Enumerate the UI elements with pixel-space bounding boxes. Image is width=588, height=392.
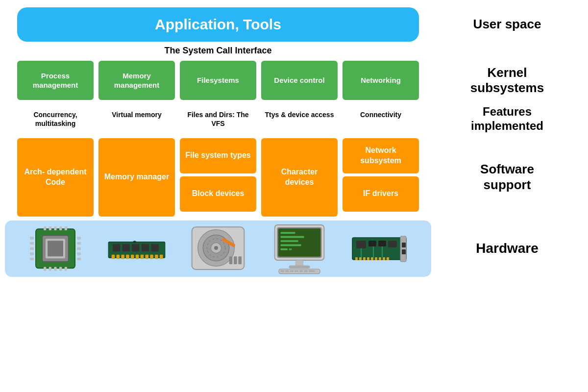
svg-rect-86 [383, 257, 385, 260]
feat-files-dirs: Files and Dirs: The VFS [180, 110, 256, 128]
cpu-icon [26, 225, 85, 272]
svg-rect-56 [281, 236, 304, 238]
svg-rect-10 [49, 267, 51, 270]
svg-rect-67 [294, 270, 298, 272]
svg-rect-35 [160, 255, 163, 259]
svg-rect-15 [30, 242, 34, 245]
svg-rect-6 [54, 226, 56, 230]
if-drivers: IF drivers [343, 176, 419, 212]
svg-rect-82 [367, 257, 369, 260]
svg-rect-4 [44, 226, 46, 230]
svg-rect-31 [141, 255, 144, 259]
features-row: Concurrency, multitaskingVirtual memoryF… [5, 105, 583, 133]
svg-rect-32 [145, 255, 148, 259]
kernel-boxes: Process managementMemory managementFiles… [5, 61, 431, 100]
svg-rect-37 [122, 244, 130, 251]
svg-rect-11 [54, 267, 56, 270]
svg-rect-36 [113, 244, 120, 251]
hardware-label: Hardware [431, 240, 573, 257]
arch-code: Arch- dependent Code [17, 138, 94, 217]
svg-rect-49 [234, 257, 237, 265]
svg-rect-50 [238, 257, 242, 265]
process-mgmt: Process management [17, 61, 94, 100]
syscall-label: The System Call Interface [17, 46, 419, 56]
filesystems: Filesystems [180, 61, 256, 100]
hardware-row: Hardware [5, 220, 583, 277]
svg-rect-57 [281, 240, 298, 242]
svg-rect-27 [121, 255, 124, 259]
svg-rect-14 [30, 237, 34, 239]
svg-rect-5 [49, 226, 51, 230]
nic-icon [351, 225, 410, 272]
kernel-subsystems-label: Kernelsubsystems [431, 65, 573, 96]
feature-labels: Concurrency, multitaskingVirtual memoryF… [5, 110, 431, 128]
feat-virtual-mem: Virtual memory [98, 110, 175, 128]
hdd-icon [189, 225, 247, 272]
svg-rect-17 [30, 252, 34, 255]
monitor-icon [270, 225, 329, 272]
svg-rect-29 [131, 255, 134, 259]
user-space-row: Application, Tools User space [5, 7, 583, 42]
svg-rect-39 [142, 244, 149, 251]
app-tools-box: Application, Tools [17, 7, 419, 42]
syscall-left: The System Call Interface [5, 46, 431, 56]
svg-rect-62 [289, 266, 310, 269]
software-support-label: Softwaresupport [431, 162, 573, 192]
user-space-left: Application, Tools [5, 7, 431, 42]
svg-rect-19 [77, 237, 81, 239]
svg-rect-16 [30, 247, 34, 249]
svg-point-46 [214, 246, 218, 250]
software-row: Arch- dependent CodeMemory managerFile s… [5, 138, 583, 217]
svg-rect-33 [150, 255, 153, 259]
svg-rect-18 [30, 258, 34, 260]
svg-rect-87 [387, 257, 389, 260]
kernel-left: Process managementMemory managementFiles… [5, 61, 431, 100]
svg-rect-80 [359, 257, 362, 260]
svg-rect-74 [402, 249, 406, 254]
svg-rect-38 [132, 244, 139, 251]
svg-rect-22 [77, 252, 81, 255]
software-left: Arch- dependent CodeMemory managerFile s… [5, 138, 431, 217]
device-ctrl: Device control [261, 61, 338, 100]
fs-types: File system types [180, 138, 256, 173]
svg-rect-21 [77, 247, 81, 249]
svg-rect-48 [229, 257, 233, 265]
svg-rect-64 [281, 270, 284, 272]
features-left: Concurrency, multitaskingVirtual memoryF… [5, 110, 431, 128]
app-tools-label: Application, Tools [155, 16, 281, 32]
svg-rect-60 [289, 248, 292, 250]
col-net: Network subsystemIF drivers [343, 138, 419, 217]
svg-rect-20 [77, 242, 81, 245]
software-boxes: Arch- dependent CodeMemory managerFile s… [5, 138, 431, 217]
ram-icon [107, 225, 166, 272]
svg-rect-55 [281, 232, 295, 234]
svg-rect-78 [388, 241, 397, 247]
svg-rect-83 [371, 257, 373, 260]
mem-manager: Memory manager [98, 138, 175, 217]
svg-rect-23 [77, 258, 81, 260]
memory-mgmt: Memory management [98, 61, 175, 100]
svg-rect-58 [281, 245, 301, 246]
syscall-row: The System Call Interface [5, 46, 583, 56]
svg-rect-9 [44, 267, 46, 270]
svg-rect-70 [309, 270, 315, 272]
feat-connectivity: Connectivity [343, 110, 419, 128]
svg-rect-76 [368, 241, 376, 246]
svg-rect-79 [355, 257, 358, 260]
net-subsystem: Network subsystem [343, 138, 419, 173]
svg-rect-81 [363, 257, 366, 260]
feat-ttys: Ttys & device access [261, 110, 338, 128]
hardware-left [5, 220, 431, 277]
svg-rect-59 [281, 248, 288, 250]
user-space-label: User space [431, 17, 573, 32]
svg-rect-40 [151, 244, 158, 251]
svg-rect-72 [400, 236, 406, 262]
svg-rect-13 [65, 267, 67, 270]
svg-rect-65 [285, 270, 289, 272]
features-implemented-label: Featuresimplemented [431, 105, 573, 133]
feat-concurrency: Concurrency, multitasking [17, 110, 94, 128]
svg-rect-69 [304, 270, 308, 272]
svg-rect-28 [126, 255, 129, 259]
svg-rect-68 [299, 270, 303, 272]
svg-rect-73 [402, 243, 406, 247]
